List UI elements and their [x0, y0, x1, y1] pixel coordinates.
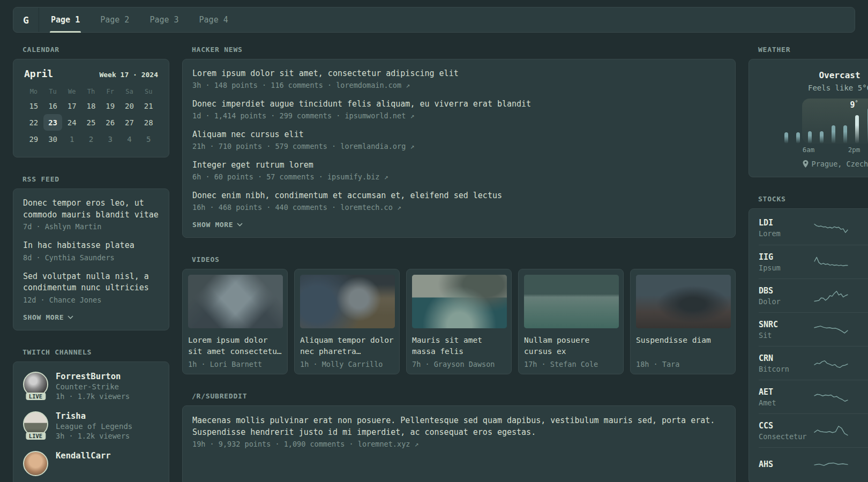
- rss-show-more-button[interactable]: SHOW MORE: [23, 313, 159, 321]
- live-badge: LIVE: [26, 432, 46, 440]
- twitch-channel-row[interactable]: LIVE Trisha League of Legends 3h · 1.2k …: [23, 411, 159, 440]
- tab-page-1[interactable]: Page 1: [51, 7, 80, 32]
- video-thumbnail-camera-hands[interactable]: [300, 275, 395, 328]
- channel-name[interactable]: ForrestBurton: [56, 372, 130, 381]
- external-link-icon: ↗: [397, 204, 401, 212]
- channel-meta: 3h · 1.2k viewers: [56, 432, 132, 440]
- external-link-icon: ↗: [410, 112, 414, 120]
- rss-item-title[interactable]: In hac habitasse platea: [23, 240, 159, 252]
- videos-widget: VIDEOS Lorem ipsum dolor sit amet consec…: [182, 255, 736, 374]
- twitch-channel-row[interactable]: LIVE ForrestBurton Counter-Strike 1h · 1…: [23, 372, 159, 401]
- calendar-month: April: [24, 68, 53, 79]
- stock-row[interactable]: DBSDolor +1.42%$156.28: [759, 278, 868, 312]
- weekday-label: Fr: [101, 88, 120, 95]
- stock-change: +2.84%: [849, 253, 868, 261]
- video-meta: 1h · Molly Carrillo: [300, 360, 394, 368]
- weather-bar: [855, 115, 859, 144]
- calendar-day: 16: [43, 97, 63, 114]
- stock-row[interactable]: CRNBitcorn -1.00%$66,171.48: [759, 346, 868, 380]
- stocks-widget: STOCKS LDILorem +4.35%$795.18 IIGIpsum +…: [749, 195, 868, 482]
- stock-change: +1.36%: [849, 320, 868, 329]
- tab-page-3[interactable]: Page 3: [149, 7, 178, 32]
- hn-show-more-button[interactable]: SHOW MORE: [192, 221, 725, 229]
- show-more-label: SHOW MORE: [23, 313, 64, 321]
- calendar-day: 25: [81, 114, 101, 131]
- hn-item-title[interactable]: Aliquam nec cursus elit: [192, 129, 725, 140]
- calendar-days-grid: 1516171819202122232425262728293012345: [24, 97, 158, 147]
- stock-row[interactable]: AETAmet +0.92%$499.72: [759, 380, 868, 413]
- reddit-post-title[interactable]: Maecenas mollis pulvinar erat non posuer…: [192, 415, 725, 438]
- calendar-day: 30: [43, 131, 63, 147]
- subreddit-section-label: /R/SUBREDDIT: [192, 392, 736, 400]
- video-title[interactable]: Mauris sit amet massa felis: [412, 335, 506, 357]
- stock-ticker[interactable]: AET: [759, 387, 813, 397]
- calendar-day: 19: [101, 97, 120, 114]
- stock-price: $795.18: [849, 229, 868, 237]
- video-title[interactable]: Aliquam tempor dolor nec pharetra…: [300, 335, 394, 357]
- weekday-label: Su: [139, 88, 158, 95]
- right-column: WEATHER Overcast Feels like 5°C 9° 6am 2…: [749, 46, 868, 482]
- tab-page-2[interactable]: Page 2: [100, 7, 129, 32]
- stock-row[interactable]: LDILorem +4.35%$795.18: [759, 211, 868, 245]
- video-thumbnail-monoliths-sky[interactable]: [188, 275, 283, 328]
- page-tabs: Page 1 Page 2 Page 3 Page 4: [39, 7, 228, 32]
- video-thumbnail-sea-boat-wake[interactable]: [412, 275, 507, 328]
- video-card[interactable]: Mauris sit amet massa felis 7h · Grayson…: [406, 269, 512, 374]
- hn-item-title[interactable]: Donec enim nibh, condimentum et accumsan…: [192, 190, 725, 201]
- rss-item-title[interactable]: Sed volutpat nulla nisl, a condimentum n…: [23, 271, 159, 294]
- channel-name[interactable]: Trisha: [56, 411, 132, 421]
- stock-name: Dolor: [759, 297, 813, 306]
- hn-item: Aliquam nec cursus elit 21h · 710 points…: [192, 129, 725, 150]
- stock-ticker[interactable]: LDI: [759, 218, 813, 228]
- calendar-day: 4: [120, 131, 139, 147]
- weather-section-label: WEATHER: [758, 46, 868, 54]
- app-logo[interactable]: G: [13, 7, 39, 32]
- hn-item-title[interactable]: Donec imperdiet augue tincidunt felis al…: [192, 99, 725, 110]
- weekday-label: We: [62, 88, 81, 95]
- time-label: 6am: [803, 146, 815, 154]
- stock-row[interactable]: IIGIpsum +2.84%$42.04: [759, 245, 868, 278]
- video-thumbnail-canoe-fog[interactable]: [524, 275, 619, 328]
- chevron-down-icon: [68, 315, 73, 319]
- stock-row[interactable]: CCSConsectetur +0.51%$165.84: [759, 413, 868, 447]
- stock-ticker[interactable]: CCS: [759, 421, 813, 431]
- hn-item: Donec enim nibh, condimentum et accumsan…: [192, 190, 725, 212]
- video-title[interactable]: Nullam posuere cursus ex: [524, 335, 618, 357]
- stock-ticker[interactable]: DBS: [759, 286, 813, 296]
- tab-page-4[interactable]: Page 4: [199, 7, 228, 32]
- stock-name: Consectetur: [759, 432, 813, 441]
- stock-ticker[interactable]: IIG: [759, 252, 813, 262]
- video-card[interactable]: Suspendisse diam 18h · Tara: [630, 269, 736, 374]
- stock-ticker[interactable]: SNRC: [759, 320, 813, 329]
- twitch-section-label: TWITCH CHANNELS: [23, 348, 169, 356]
- videos-row: Lorem ipsum dolor sit amet consectetu… 1…: [182, 269, 736, 374]
- stock-ticker[interactable]: CRN: [759, 353, 813, 363]
- rss-item-meta: 8d · Cynthia Saunders: [23, 253, 159, 262]
- stock-name: Lorem: [759, 229, 813, 238]
- hn-meta-text: 6h · 60 points · 57 comments · ipsumify.…: [192, 172, 380, 181]
- hn-meta-text: 1d · 1,414 points · 299 comments · ipsum…: [192, 111, 406, 120]
- hn-meta-text: 3h · 148 points · 116 comments · loremdo…: [192, 81, 401, 89]
- video-meta: 17h · Stefan Cole: [524, 360, 618, 368]
- video-title[interactable]: Suspendisse diam: [636, 335, 730, 357]
- stock-row[interactable]: AHS +0.46%: [759, 447, 868, 481]
- stock-sparkline: [813, 221, 849, 236]
- hn-item-title[interactable]: Lorem ipsum dolor sit amet, consectetur …: [192, 68, 725, 79]
- weather-widget: WEATHER Overcast Feels like 5°C 9° 6am 2…: [749, 46, 868, 177]
- rss-item-title[interactable]: Donec tempor eros leo, ut commodo mauris…: [23, 198, 159, 221]
- channel-name[interactable]: KendallCarr: [56, 451, 111, 461]
- weather-bar: [832, 125, 835, 144]
- weather-hourly-chart: 9° 6am 2pm 10pm: [784, 99, 868, 150]
- twitch-channel-row[interactable]: KendallCarr: [23, 451, 159, 476]
- calendar-day: 28: [139, 114, 158, 131]
- video-title[interactable]: Lorem ipsum dolor sit amet consectetu…: [188, 335, 282, 357]
- video-card[interactable]: Aliquam tempor dolor nec pharetra… 1h · …: [294, 269, 400, 374]
- video-thumbnail-fog-figure[interactable]: [636, 275, 731, 328]
- hn-item-title[interactable]: Integer eget rutrum lorem: [192, 160, 725, 171]
- stock-ticker[interactable]: AHS: [759, 460, 813, 469]
- video-card[interactable]: Nullam posuere cursus ex 17h · Stefan Co…: [518, 269, 624, 374]
- stock-sparkline: [813, 254, 849, 269]
- stock-row[interactable]: SNRCSit +1.36%$148.64: [759, 312, 868, 346]
- video-card[interactable]: Lorem ipsum dolor sit amet consectetu… 1…: [182, 269, 288, 374]
- calendar-day: 3: [101, 131, 120, 147]
